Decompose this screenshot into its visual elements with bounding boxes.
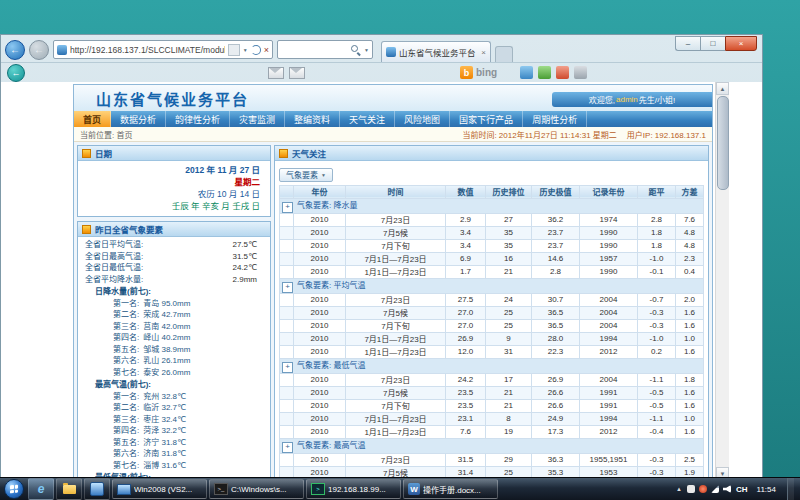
plugin-red-icon[interactable] [556,66,569,79]
column-header[interactable]: 时间 [346,185,446,198]
nav-item-disaster-monitor[interactable]: 灾害监测 [230,111,285,127]
table-cell: -0.3 [638,306,676,319]
table-row[interactable]: 20101月1日—7月23日12.03122.320120.21.6 [280,345,704,358]
table-cell: -0.3 [638,466,676,477]
column-header[interactable]: 历史极值 [532,185,580,198]
table-row[interactable]: 20107月下旬3.43523.719901.84.8 [280,239,704,252]
table-row[interactable]: 20107月5候27.02536.52004-0.31.6 [280,306,704,319]
table-group-row[interactable]: +气象要素: 平均气温 [280,278,704,293]
taskbar-ie-button[interactable]: e [28,478,54,500]
taskbar-explorer-button[interactable] [56,478,82,500]
start-button[interactable] [4,479,24,499]
expand-icon[interactable]: + [282,282,293,293]
network-icon[interactable] [711,485,719,493]
scroll-up-icon[interactable]: ▲ [716,82,729,95]
column-header[interactable]: 方差 [676,185,704,198]
tab-title: 山东省气候业务平台 [399,46,478,58]
browser-back-button[interactable]: ← [5,40,25,60]
url-text[interactable]: http://192.168.137.1/SLCCLIMATE/modules/… [70,45,225,55]
rank-label: 第七名: [113,460,139,472]
table-cell: 2010 [294,226,346,239]
mail-icon[interactable] [268,67,284,79]
hidden-icons-icon[interactable]: ▲ [676,486,682,492]
nav-item-home[interactable]: 首页 [74,111,111,127]
address-dropdown-icon[interactable]: ▼ [243,47,248,53]
nav-item-data-analysis[interactable]: 数据分析 [111,111,166,127]
table-group-row[interactable]: +气象要素: 降水量 [280,198,704,213]
browser-forward-button[interactable]: ← [29,40,49,60]
table-row[interactable]: 20107月下旬23.52126.61991-0.51.6 [280,399,704,412]
table-row[interactable]: 20107月1日—7月23日26.9928.01994-1.01.0 [280,332,704,345]
taskbar-button[interactable]: >_C:\Windows\s... [209,479,304,499]
nav-item-compiled-data[interactable]: 整编资料 [285,111,340,127]
nav-item-rhythm-analysis[interactable]: 韵律性分析 [166,111,230,127]
table-row[interactable]: 20107月5候31.42535.31953-0.31.9 [280,466,704,477]
column-header[interactable]: 年份 [294,185,346,198]
column-header[interactable]: 距平 [638,185,676,198]
table-row[interactable]: 20101月1日—7月23日7.61917.32012-0.41.6 [280,425,704,438]
search-dropdown-icon[interactable]: ▼ [364,47,369,53]
new-tab-button[interactable] [495,46,513,62]
table-cell: 1.0 [676,412,704,425]
expand-icon[interactable]: + [282,442,293,453]
taskbar-button[interactable]: Win2008 (VS2... [112,479,207,499]
toolbar-back-icon[interactable]: ← [7,64,25,82]
taskbar-button[interactable]: >192.168.18.99... [306,479,401,499]
nav-item-weather-focus[interactable]: 天气关注 [340,111,395,127]
tab-close-icon[interactable]: × [481,48,486,57]
compatibility-view-icon[interactable] [228,44,240,56]
table-row[interactable]: 20107月下旬27.02536.52004-0.31.6 [280,319,704,332]
plugin-blue-icon[interactable] [520,66,533,79]
nav-item-risk-map[interactable]: 风险地图 [395,111,450,127]
mail-open-icon[interactable] [289,67,305,79]
action-center-icon[interactable] [687,485,695,493]
table-row[interactable]: 20107月23日24.21726.92004-1.11.8 [280,373,704,386]
expand-icon[interactable]: + [282,362,293,373]
nav-item-periodic-analysis[interactable]: 周期性分析 [523,111,587,127]
page-scrollbar[interactable]: ▲ ▼ [715,82,729,480]
element-filter-button[interactable]: 气象要素 ▼ [279,168,333,182]
volume-icon[interactable] [723,485,731,493]
table-group-row[interactable]: +气象要素: 最低气温 [280,358,704,373]
taskbar-button[interactable]: W操作手册.docx... [403,479,498,499]
scrollbar-thumb[interactable] [717,96,729,190]
refresh-icon[interactable] [251,45,261,55]
table-row[interactable]: 20107月23日27.52430.72004-0.72.0 [280,293,704,306]
show-desktop-button[interactable] [787,478,794,500]
minimize-button[interactable]: – [675,36,700,51]
table-group-row[interactable]: +气象要素: 最高气温 [280,438,704,453]
plugin-gray-icon[interactable] [574,66,587,79]
table-cell: -1.0 [638,332,676,345]
table-row[interactable]: 20107月5候23.52126.61991-0.51.6 [280,386,704,399]
rank-label: 第五名: [113,437,139,449]
taskbar-app-button[interactable] [84,478,110,500]
nav-item-national-products[interactable]: 国家下行产品 [450,111,523,127]
table-row[interactable]: 20107月23日2.92736.219742.87.6 [280,213,704,226]
taskbar-clock[interactable]: 11:54 [753,485,780,494]
table-cell: 2010 [294,386,346,399]
column-header[interactable]: 记录年份 [580,185,638,198]
table-row[interactable]: 20107月1日—7月23日23.1824.91994-1.11.0 [280,412,704,425]
search-box[interactable]: ▼ [277,40,373,59]
maximize-button[interactable]: □ [700,36,725,51]
plugin-green-icon[interactable] [538,66,551,79]
stop-icon[interactable]: × [264,46,269,54]
bing-toolbar[interactable]: b bing [460,66,497,79]
search-icon[interactable] [350,44,361,55]
input-language-indicator[interactable]: CH [736,485,748,494]
table-cell: 35.3 [532,466,580,477]
rank-value: 济宁 31.8℃ [143,437,186,449]
updates-icon[interactable] [699,485,707,493]
table-cell: 26.9 [532,373,580,386]
table-row[interactable]: 20107月5候3.43523.719901.84.8 [280,226,704,239]
close-button[interactable]: × [725,36,757,51]
expand-icon[interactable]: + [282,202,293,213]
table-cell: 7月5候 [346,306,446,319]
browser-tab[interactable]: 山东省气候业务平台 × [381,41,491,62]
address-bar[interactable]: http://192.168.137.1/SLCCLIMATE/modules/… [53,40,273,59]
table-row[interactable]: 20101月1日—7月23日1.7212.81990-0.10.4 [280,265,704,278]
column-header[interactable]: 数值 [446,185,486,198]
table-row[interactable]: 20107月23日31.52936.31955,1951-0.32.5 [280,453,704,466]
table-row[interactable]: 20107月1日—7月23日6.91614.61957-1.02.3 [280,252,704,265]
column-header[interactable]: 历史排位 [486,185,532,198]
